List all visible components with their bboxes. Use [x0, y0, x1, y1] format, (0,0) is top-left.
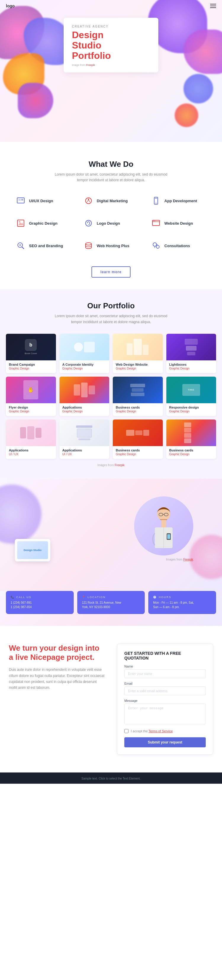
about-images-credit: Images from Freepik [134, 558, 193, 561]
portfolio-thumb-9 [59, 420, 110, 446]
what-we-do-subtitle: Lorem ipsum dolor sit amet, consectetur … [52, 172, 170, 183]
person-circle [134, 496, 193, 555]
blob-decoration-7 [184, 74, 213, 103]
hamburger-menu[interactable] [210, 4, 216, 8]
service-seo-label: SEO and Branding [29, 243, 63, 248]
form-left-title: We turn your design into a live Nicepage… [9, 644, 105, 662]
laptop-screen: Design Studio [17, 541, 48, 559]
svg-rect-31 [161, 520, 166, 527]
portfolio-thumb-3 [166, 334, 216, 360]
portfolio-item-10[interactable]: Business cards Graphic Design [113, 420, 163, 459]
location-info: 121 Rock St. 21 Avenue, New York, NY 921… [82, 600, 140, 609]
terms-label: I accept the Terms of Service [131, 729, 173, 733]
hero-section: CREATIVE AGENCY Design Studio Portfolio … [0, 0, 222, 142]
logo-icon [83, 218, 94, 229]
portfolio-subtitle: Lorem ipsum dolor sit amet, consectetur … [52, 313, 170, 325]
name-label: Name [124, 665, 206, 668]
freepik-link[interactable]: Freepik [86, 64, 95, 67]
blob-decoration-4 [18, 83, 53, 118]
terms-checkbox-group: I accept the Terms of Service [124, 729, 206, 733]
graphic-icon [15, 218, 26, 229]
email-input[interactable] [124, 686, 206, 695]
portfolio-item-11[interactable]: Business cards Graphic Design [166, 420, 216, 459]
contact-card-hours: 🕐 HOURS Mon - Fri — 11 am - 8 pm. Sat, S… [148, 591, 216, 614]
submit-button[interactable]: Submit your request [124, 737, 206, 747]
service-logo-label: Logo Design [97, 221, 120, 226]
seo-icon [15, 240, 26, 251]
svg-point-7 [156, 203, 157, 204]
portfolio-item-9[interactable]: Applications UI / UX [59, 420, 110, 459]
service-uiux-label: UI/UX Design [29, 199, 53, 203]
app-icon [151, 196, 161, 206]
service-web: Website Design [147, 214, 210, 232]
site-header: logo [0, 0, 222, 12]
services-grid: UI/UX Design Digital Marketing App Devel… [12, 192, 210, 255]
what-we-do-section: What We Do Lorem ipsum dolor sit amet, c… [0, 142, 222, 290]
svg-line-17 [22, 247, 24, 249]
portfolio-item-5[interactable]: Applications Graphic Design [59, 377, 110, 416]
portfolio-item-1[interactable]: A Corporate Identity Graphic Design [59, 334, 110, 373]
svg-point-5 [88, 199, 89, 200]
svg-point-11 [86, 220, 91, 226]
footer-text: Sample text. Click to select the Text El… [81, 777, 141, 780]
portfolio-item-4[interactable]: ✋ Flyer design Graphic Design [6, 377, 56, 416]
service-hosting: Web Hosting Plus [80, 237, 143, 255]
service-digital-label: Digital Marketing [97, 199, 128, 203]
site-logo[interactable]: logo [6, 3, 15, 8]
hosting-icon [83, 240, 94, 251]
service-seo: SEO and Branding [12, 237, 75, 255]
portfolio-thumb-7: FAKE [166, 377, 216, 403]
about-freepik-link[interactable]: Freepik [183, 558, 193, 561]
portfolio-item-3[interactable]: Lightboxes Graphic Design [166, 334, 216, 373]
contact-cards: 📞 CALL US 1 (234) 567-891 1 (234) 987-65… [6, 591, 216, 614]
portfolio-thumb-0: b Book Cover [6, 334, 56, 360]
form-card: GET STARTED WITH A FREE QUOTATION Name E… [117, 644, 213, 755]
about-left: Design Studio [9, 496, 108, 573]
form-right-content: GET STARTED WITH A FREE QUOTATION Name E… [117, 644, 213, 755]
portfolio-section: Our Portfolio Lorem ipsum dolor sit amet… [0, 290, 222, 478]
uiux-icon [15, 196, 26, 206]
contact-card-call: 📞 CALL US 1 (234) 567-891 1 (234) 987-65… [6, 591, 74, 614]
svg-point-20 [86, 243, 91, 245]
svg-rect-1 [18, 199, 21, 201]
portfolio-item-2[interactable]: Web Design Website Graphic Design [113, 334, 163, 373]
portfolio-title: Our Portfolio [6, 301, 216, 310]
svg-point-15 [155, 221, 155, 221]
contact-info-section: 📞 CALL US 1 (234) 567-891 1 (234) 987-65… [0, 591, 222, 626]
learn-more-button[interactable]: learn more [91, 266, 130, 278]
message-input[interactable] [124, 703, 206, 724]
agency-label: CREATIVE AGENCY [72, 25, 150, 28]
portfolio-item-6[interactable]: Business cards Graphic Design [113, 377, 163, 416]
service-graphic-label: Graphic Design [29, 221, 57, 226]
contact-card-location: 📍 LOCATION 121 Rock St. 21 Avenue, New Y… [77, 591, 145, 614]
service-digital: Digital Marketing [80, 192, 143, 210]
portfolio-thumb-11 [166, 420, 216, 446]
name-input[interactable] [124, 669, 206, 678]
email-label: Email [124, 682, 206, 685]
portfolio-item-0[interactable]: b Book Cover Brand Campaign Graphic Desi… [6, 334, 56, 373]
form-section: We turn your design into a live Nicepage… [0, 626, 222, 772]
portfolio-item-7[interactable]: FAKE Responsive design Graphic Design [166, 377, 216, 416]
service-hosting-label: Web Hosting Plus [97, 243, 129, 248]
portfolio-thumb-8 [6, 420, 56, 446]
about-right: Images from Freepik [114, 496, 213, 561]
email-form-group: Email [124, 682, 206, 695]
svg-rect-33 [167, 534, 170, 539]
form-left-text: Duis aute irure dolor in reprehenderit i… [9, 667, 105, 691]
portfolio-thumb-6 [113, 377, 163, 403]
call-icon: 📞 [11, 596, 14, 599]
name-form-group: Name [124, 665, 206, 678]
service-app: App Development [147, 192, 210, 210]
service-consult-label: Consultations [164, 243, 190, 248]
service-uiux: UI/UX Design [12, 192, 75, 210]
portfolio-item-8[interactable]: Applications UI / UX [6, 420, 56, 459]
web-icon [151, 218, 161, 229]
terms-link[interactable]: Terms of Service [149, 729, 173, 733]
digital-icon [83, 196, 94, 206]
terms-checkbox[interactable] [124, 729, 128, 733]
service-graphic: Graphic Design [12, 214, 75, 232]
portfolio-thumb-1 [59, 334, 110, 360]
portfolio-freepik-link[interactable]: Freepik [115, 463, 125, 467]
about-content: Design Studio [9, 496, 213, 573]
portfolio-thumb-5 [59, 377, 110, 403]
